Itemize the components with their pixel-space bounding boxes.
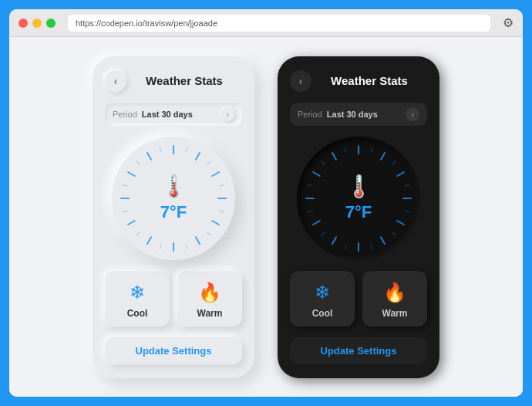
- settings-icon[interactable]: ⚙: [503, 15, 513, 30]
- svg-line-31: [397, 221, 404, 225]
- svg-line-40: [392, 161, 396, 164]
- svg-line-5: [212, 172, 219, 176]
- dark-theme-card: ‹ Weather Stats Period Last 30 days ›: [278, 56, 439, 378]
- light-gauge-center: 🌡️ 7°F: [160, 174, 187, 222]
- svg-line-8: [196, 237, 200, 244]
- svg-line-13: [136, 161, 140, 164]
- light-period-label: Period: [113, 110, 137, 119]
- light-gauge: 🌡️ 7°F: [112, 137, 235, 260]
- svg-line-15: [186, 147, 187, 152]
- close-button[interactable]: [19, 19, 28, 28]
- svg-line-20: [186, 244, 187, 249]
- dark-period-label: Period: [298, 110, 322, 119]
- dark-card-header: ‹ Weather Stats: [290, 70, 427, 92]
- light-back-button[interactable]: ‹: [105, 70, 126, 92]
- svg-line-43: [392, 232, 396, 235]
- light-temperature: 7°F: [160, 202, 187, 222]
- url-text: https://codepen.io/travisw/pen/jjoaade: [76, 19, 217, 28]
- svg-line-17: [220, 184, 224, 186]
- dark-cool-label: Cool: [312, 308, 333, 319]
- svg-line-37: [322, 161, 325, 164]
- dark-update-button[interactable]: Update Settings: [290, 337, 427, 364]
- dark-gauge-center: 🌡️ 7°F: [345, 174, 372, 222]
- svg-line-7: [212, 221, 219, 225]
- maximize-button[interactable]: [46, 19, 56, 28]
- light-period-row[interactable]: Period Last 30 days ›: [105, 103, 242, 126]
- browser-titlebar: https://codepen.io/travisw/pen/jjoaade ⚙: [9, 9, 523, 37]
- cool-icon: ❄: [130, 282, 145, 303]
- svg-line-12: [123, 184, 127, 186]
- browser-content: ‹ Weather Stats Period Last 30 days ›: [9, 37, 523, 397]
- svg-line-16: [207, 161, 210, 164]
- light-cool-label: Cool: [127, 308, 148, 319]
- svg-line-42: [405, 211, 409, 212]
- svg-line-25: [313, 172, 320, 176]
- light-theme-card: ‹ Weather Stats Period Last 30 days ›: [93, 56, 254, 378]
- dark-cool-icon: ❄: [315, 282, 330, 303]
- minimize-button[interactable]: [32, 19, 42, 28]
- dark-period-arrow[interactable]: ›: [406, 107, 419, 121]
- light-period-value: Last 30 days: [142, 110, 216, 119]
- svg-line-19: [207, 232, 210, 235]
- light-mode-row: ❄ Cool 🔥 Warm: [105, 271, 242, 326]
- dark-thermo-icon: 🌡️: [345, 174, 372, 199]
- svg-line-14: [160, 147, 161, 152]
- dark-card-title: Weather Stats: [311, 74, 427, 87]
- svg-line-36: [308, 184, 312, 186]
- svg-line-38: [345, 147, 346, 152]
- url-bar[interactable]: https://codepen.io/travisw/pen/jjoaade: [68, 15, 490, 32]
- dark-period-value: Last 30 days: [327, 110, 401, 119]
- light-update-button[interactable]: Update Settings: [105, 337, 242, 364]
- dark-period-row[interactable]: Period Last 30 days ›: [290, 103, 427, 126]
- dark-cool-button[interactable]: ❄ Cool: [290, 271, 355, 326]
- svg-line-26: [332, 153, 336, 160]
- svg-line-47: [308, 211, 312, 212]
- light-warm-button[interactable]: 🔥 Warm: [177, 271, 242, 326]
- dark-back-button[interactable]: ‹: [290, 70, 311, 92]
- svg-line-39: [371, 147, 372, 152]
- svg-line-21: [160, 244, 161, 249]
- svg-line-4: [196, 153, 200, 160]
- svg-line-1: [128, 172, 135, 176]
- svg-line-29: [397, 172, 404, 176]
- light-warm-label: Warm: [197, 308, 223, 319]
- svg-line-2: [147, 153, 151, 160]
- svg-line-28: [381, 153, 385, 160]
- light-card-title: Weather Stats: [126, 74, 242, 87]
- dark-warm-label: Warm: [382, 308, 408, 319]
- svg-line-41: [405, 184, 409, 186]
- svg-line-44: [371, 244, 372, 249]
- svg-line-22: [136, 232, 140, 235]
- dark-gauge: 🌡️ 7°F: [297, 137, 420, 260]
- dark-temperature: 7°F: [345, 202, 372, 222]
- warm-icon: 🔥: [198, 282, 221, 303]
- svg-line-18: [220, 211, 224, 212]
- svg-line-32: [381, 237, 385, 244]
- light-thermo-icon: 🌡️: [160, 174, 187, 199]
- svg-line-46: [322, 232, 325, 235]
- dark-mode-row: ❄ Cool 🔥 Warm: [290, 271, 427, 326]
- svg-line-35: [313, 221, 320, 225]
- dark-warm-button[interactable]: 🔥 Warm: [362, 271, 427, 326]
- svg-line-10: [147, 237, 151, 244]
- light-period-arrow[interactable]: ›: [221, 107, 234, 121]
- svg-line-45: [345, 244, 346, 249]
- traffic-lights: [19, 19, 56, 28]
- svg-line-11: [128, 221, 135, 225]
- dark-warm-icon: 🔥: [383, 282, 406, 303]
- light-cool-button[interactable]: ❄ Cool: [105, 271, 170, 326]
- light-card-header: ‹ Weather Stats: [105, 70, 242, 92]
- svg-line-34: [332, 237, 336, 244]
- svg-line-23: [123, 211, 127, 212]
